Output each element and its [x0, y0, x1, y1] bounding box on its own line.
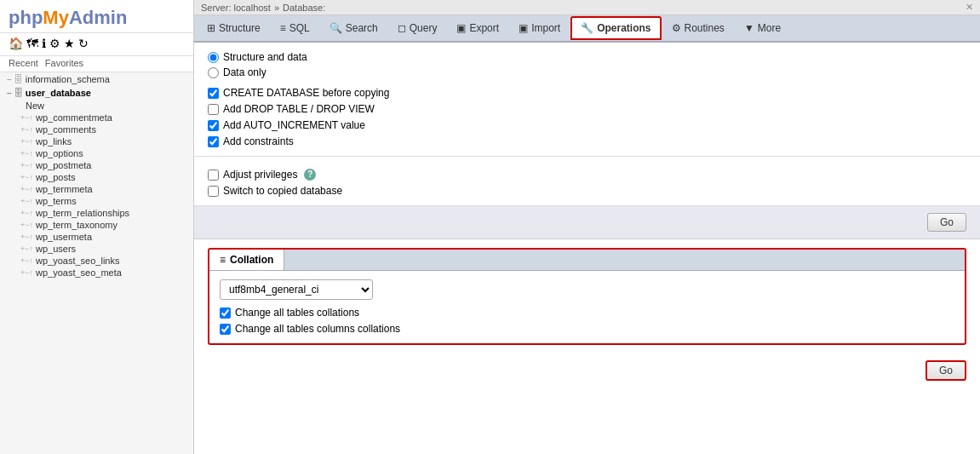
- favorites-link[interactable]: Favorites: [45, 58, 83, 68]
- table-icons: +−↑: [20, 221, 33, 229]
- logo-php: php: [9, 7, 43, 28]
- tab-search[interactable]: 🔍 Search: [320, 17, 387, 39]
- sidebar-item-new[interactable]: New: [0, 100, 193, 112]
- home-icon[interactable]: 🏠: [9, 37, 23, 50]
- map-icon[interactable]: 🗺: [26, 37, 38, 50]
- sidebar-item-wp-options[interactable]: +−↑ wp_options: [0, 147, 193, 159]
- checkbox-change-tables[interactable]: Change all tables collations: [220, 307, 954, 319]
- table-label: wp_yoast_seo_links: [36, 256, 119, 266]
- go-button-copy[interactable]: Go: [927, 213, 966, 232]
- tab-routines[interactable]: ⚙ Routines: [662, 17, 734, 39]
- radio-data-only[interactable]: Data only: [208, 66, 966, 78]
- tab-query-label: Query: [410, 22, 438, 34]
- table-label: wp_posts: [36, 172, 75, 182]
- tab-export[interactable]: ▣ Export: [447, 17, 508, 39]
- checkbox-auto-inc-input[interactable]: [208, 120, 219, 131]
- checkbox-change-columns-input[interactable]: [220, 324, 231, 335]
- checkbox-drop-table-input[interactable]: [208, 104, 219, 115]
- tab-routines-label: Routines: [685, 22, 725, 34]
- close-button[interactable]: ✕: [966, 2, 973, 13]
- table-icons: +−↑: [20, 209, 33, 217]
- collation-select[interactable]: utf8mb4_general_ci utf8mb4_unicode_ci ut…: [220, 279, 373, 300]
- expand-icon: −: [7, 89, 12, 98]
- checkbox-switch-db[interactable]: Switch to copied database: [208, 185, 966, 197]
- checkbox-adjust-priv-input[interactable]: [208, 170, 219, 181]
- table-icons: +−↑: [20, 113, 33, 122]
- checkbox-constraints-input[interactable]: [208, 136, 219, 147]
- table-label: wp_yoast_seo_meta: [36, 267, 122, 278]
- checkbox-auto-inc[interactable]: Add AUTO_INCREMENT value: [208, 119, 966, 131]
- export-icon: ▣: [456, 22, 466, 34]
- sidebar-item-wp-terms[interactable]: +−↑ wp_terms: [0, 195, 193, 207]
- sidebar-item-information-schema[interactable]: − 🗄 information_schema: [0, 72, 193, 86]
- go-button-collation[interactable]: Go: [926, 360, 966, 381]
- copy-checkbox-group: CREATE DATABASE before copying Add DROP …: [208, 87, 966, 147]
- sidebar-item-user-database[interactable]: − 🗄 user_database: [0, 86, 193, 100]
- sidebar-item-wp-yoast-seo-meta[interactable]: +−↑ wp_yoast_seo_meta: [0, 267, 193, 279]
- sidebar-item-wp-yoast-seo-links[interactable]: +−↑ wp_yoast_seo_links: [0, 255, 193, 267]
- collation-tab-label: Collation: [230, 254, 273, 266]
- star-icon[interactable]: ★: [64, 37, 75, 50]
- radio-data-only-input[interactable]: [208, 67, 219, 78]
- sidebar-item-wp-term-taxonomy[interactable]: +−↑ wp_term_taxonomy: [0, 219, 193, 231]
- recent-link[interactable]: Recent: [9, 58, 38, 68]
- table-label: wp_term_taxonomy: [36, 220, 117, 230]
- query-icon: ◻: [398, 22, 406, 34]
- info-icon[interactable]: ℹ: [42, 37, 46, 50]
- sidebar-item-wp-posts[interactable]: +−↑ wp_posts: [0, 171, 193, 183]
- checkbox-adjust-priv-label: Adjust privileges: [223, 169, 297, 181]
- radio-struct-data[interactable]: Structure and data: [208, 51, 966, 63]
- tab-operations[interactable]: 🔧 Operations: [570, 16, 661, 40]
- expand-icon: −: [7, 75, 12, 84]
- checkbox-adjust-priv[interactable]: Adjust privileges ?: [208, 169, 966, 181]
- tab-more[interactable]: ▼ More: [735, 17, 790, 39]
- settings-icon[interactable]: ⚙: [49, 37, 60, 50]
- table-icons: +−↑: [20, 256, 33, 265]
- table-icons: +−↑: [20, 149, 33, 158]
- checkbox-change-tables-input[interactable]: [220, 307, 231, 319]
- sidebar-item-wp-links[interactable]: +−↑ wp_links: [0, 135, 193, 147]
- table-icons: +−↑: [20, 185, 33, 193]
- sidebar-item-wp-termmeta[interactable]: +−↑ wp_termmeta: [0, 183, 193, 195]
- tab-structure[interactable]: ⊞ Structure: [198, 17, 270, 39]
- tab-query[interactable]: ◻ Query: [388, 17, 447, 39]
- sidebar-links: Recent Favorites: [0, 56, 193, 72]
- collation-tab-bar: ≡ Collation: [209, 250, 965, 271]
- sql-icon: ≡: [280, 22, 286, 34]
- privileges-checkbox-group: Adjust privileges ? Switch to copied dat…: [208, 169, 966, 197]
- copy-radio-group: Structure and data Data only: [208, 51, 966, 78]
- checkbox-constraints[interactable]: Add constraints: [208, 135, 966, 147]
- checkbox-create-db[interactable]: CREATE DATABASE before copying: [208, 87, 966, 99]
- sidebar-item-wp-usermeta[interactable]: +−↑ wp_usermeta: [0, 231, 193, 243]
- sidebar-item-wp-postmeta[interactable]: +−↑ wp_postmeta: [0, 159, 193, 171]
- topbar: Server: localhost » Database: ✕: [194, 0, 980, 15]
- checkbox-switch-db-input[interactable]: [208, 186, 219, 197]
- tab-import-label: Import: [531, 22, 560, 34]
- sidebar-icon-bar: 🏠 🗺 ℹ ⚙ ★ ↻: [0, 33, 193, 56]
- checkbox-change-columns[interactable]: Change all tables columns collations: [220, 323, 954, 335]
- collation-tab[interactable]: ≡ Collation: [209, 250, 284, 270]
- checkbox-auto-inc-label: Add AUTO_INCREMENT value: [223, 119, 365, 131]
- table-label: wp_comments: [36, 124, 96, 135]
- sidebar-item-wp-term-relationships[interactable]: +−↑ wp_term_relationships: [0, 207, 193, 219]
- tab-sql[interactable]: ≡ SQL: [271, 17, 319, 39]
- table-icons: +−↑: [20, 125, 33, 134]
- refresh-icon[interactable]: ↻: [78, 37, 89, 50]
- checkbox-switch-db-label: Switch to copied database: [223, 185, 342, 197]
- copy-section: Structure and data Data only CREATE DATA…: [194, 43, 980, 157]
- sidebar-item-wp-comments[interactable]: +−↑ wp_comments: [0, 124, 193, 135]
- radio-struct-data-input[interactable]: [208, 52, 219, 63]
- table-icons: +−↑: [20, 173, 33, 181]
- radio-struct-data-label: Structure and data: [223, 51, 307, 63]
- table-icons: +−↑: [20, 161, 33, 170]
- tab-operations-label: Operations: [597, 22, 650, 34]
- tab-sql-label: SQL: [289, 22, 310, 34]
- tab-import[interactable]: ▣ Import: [509, 17, 570, 39]
- checkbox-change-columns-label: Change all tables columns collations: [235, 323, 400, 335]
- sidebar-item-wp-commentmeta[interactable]: +−↑ wp_commentmeta: [0, 112, 193, 124]
- sidebar-item-wp-users[interactable]: +−↑ wp_users: [0, 243, 193, 255]
- help-icon[interactable]: ?: [304, 169, 316, 181]
- checkbox-create-db-input[interactable]: [208, 88, 219, 99]
- checkbox-drop-table[interactable]: Add DROP TABLE / DROP VIEW: [208, 103, 966, 115]
- more-icon: ▼: [744, 22, 754, 34]
